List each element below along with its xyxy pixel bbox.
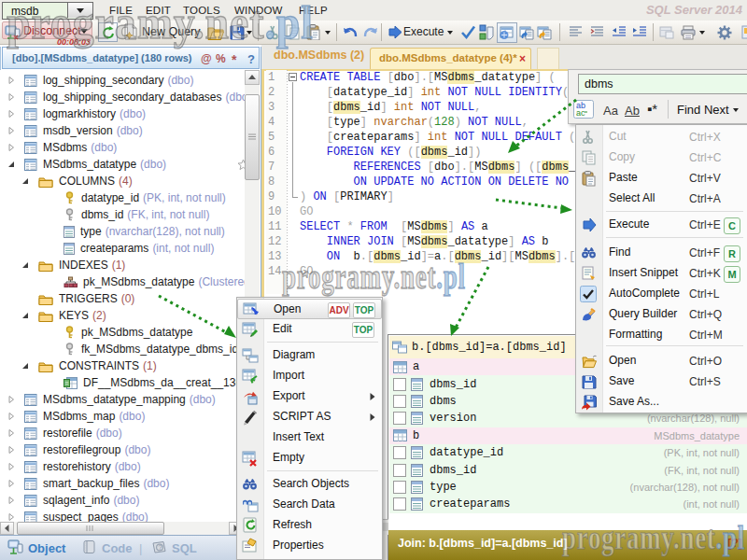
svg-text:ac: ac xyxy=(576,108,585,118)
svg-text:=: = xyxy=(65,380,69,386)
svg-text:?: ? xyxy=(159,544,162,551)
